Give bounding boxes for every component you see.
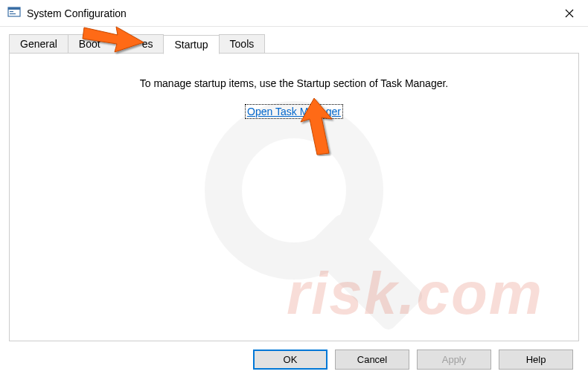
- tab-startup[interactable]: Startup: [163, 35, 219, 54]
- help-button[interactable]: Help: [499, 350, 573, 370]
- cancel-button[interactable]: Cancel: [335, 350, 409, 370]
- window-title: System Configuration: [27, 7, 127, 19]
- app-icon: [7, 7, 21, 20]
- ok-button[interactable]: OK: [253, 350, 327, 370]
- svg-rect-1: [8, 7, 20, 10]
- dialog-buttons: OK Cancel Apply Help: [253, 350, 573, 370]
- tab-boot-label: Boot: [79, 38, 100, 50]
- close-button[interactable]: [551, 0, 588, 27]
- close-icon: [565, 9, 574, 18]
- titlebar: System Configuration: [0, 0, 588, 27]
- open-task-manager-link[interactable]: Open Task Manager: [246, 106, 342, 117]
- apply-button: Apply: [417, 350, 491, 370]
- tab-boot[interactable]: Bootxxxxxxxxes: [68, 34, 164, 54]
- svg-rect-3: [10, 13, 16, 14]
- tab-general[interactable]: General: [9, 34, 68, 54]
- tab-services-partial: es: [142, 38, 153, 50]
- tab-content-startup: To manage startup items, use the Startup…: [9, 53, 579, 341]
- svg-rect-2: [10, 11, 13, 12]
- startup-instructions: To manage startup items, use the Startup…: [25, 77, 563, 89]
- tab-tools[interactable]: Tools: [219, 34, 266, 54]
- tabstrip: General Bootxxxxxxxxes Startup Tools: [9, 34, 579, 54]
